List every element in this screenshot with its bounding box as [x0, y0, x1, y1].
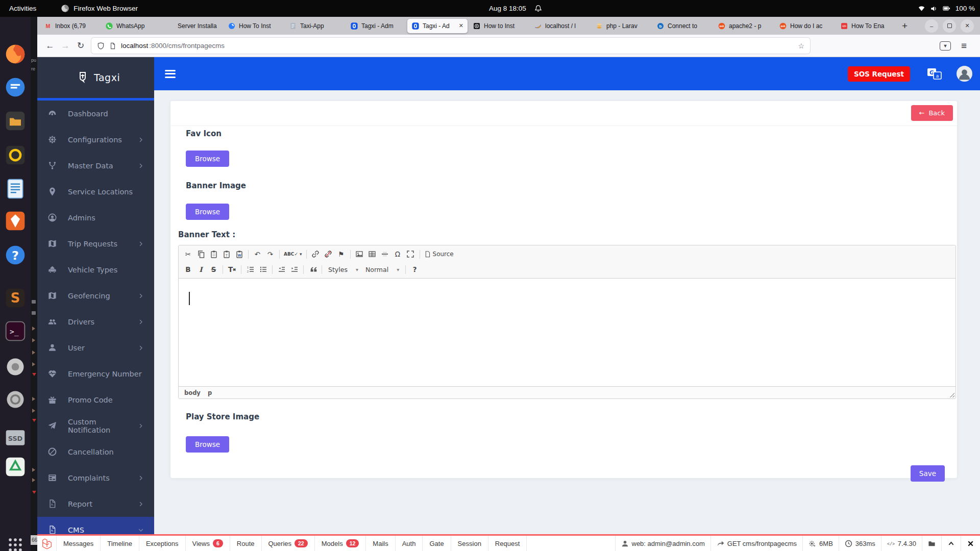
editor-remove-format-button[interactable]: Tx [226, 263, 238, 276]
sos-request-button[interactable]: SOS Request [848, 66, 910, 82]
sidebar-toggle-icon[interactable] [165, 68, 176, 80]
dock-item-sublime-text[interactable]: S [4, 287, 27, 309]
address-bar[interactable]: localhost :8000/cms/frontpagecms ☆ [91, 38, 810, 54]
debugbar-tab-views[interactable]: Views6 [186, 536, 230, 551]
play-store-browse-button[interactable]: Browse [186, 436, 229, 453]
dock-item-firefox[interactable] [4, 43, 27, 65]
debugbar-tab-session[interactable]: Session [451, 536, 488, 551]
activities-button[interactable]: Activities [0, 5, 45, 12]
dock-item-chat[interactable] [4, 76, 27, 98]
editor-strikethrough-button[interactable]: S [207, 263, 220, 276]
editor-cut-button[interactable]: ✂ [182, 248, 194, 261]
dock-item-recycle[interactable] [4, 456, 27, 478]
sidebar-item-emergency-number[interactable]: Emergency Number [37, 361, 154, 387]
browser-tab[interactable]: How To Inst [224, 19, 284, 33]
editor-table-button[interactable] [366, 248, 379, 261]
sidebar-item-custom-notification[interactable]: Custom Notification [37, 413, 154, 439]
dock-item-ssd-disk[interactable]: SSD [4, 427, 27, 449]
close-window-button[interactable]: ✕ [961, 19, 974, 33]
editor-outdent-button[interactable] [275, 263, 288, 276]
sidebar-item-promo-code[interactable]: Promo Code [37, 387, 154, 413]
dock-item-terminal[interactable]: >_ [4, 320, 27, 342]
dock-item-files[interactable] [4, 110, 27, 132]
debugbar-tab-exceptions[interactable]: Exceptions [139, 536, 186, 551]
dock-item-app-grid[interactable] [7, 536, 24, 551]
sidebar-item-cancellation[interactable]: Cancellation [37, 439, 154, 465]
editor-source-button[interactable]: Source [423, 248, 455, 261]
editor-bulleted-list-button[interactable] [257, 263, 270, 276]
browser-tab[interactable]: localhost / l [530, 19, 590, 33]
editor-paste-plain-text-button[interactable]: T [220, 248, 233, 261]
path-body[interactable]: body [184, 389, 201, 396]
page-info-icon[interactable] [109, 42, 116, 50]
laravel-icon[interactable] [37, 536, 57, 551]
sidebar-item-complaints[interactable]: Complaints [37, 465, 154, 491]
editor-anchor-button[interactable]: ⚑ [335, 248, 348, 261]
debugbar-tab-route[interactable]: Route [230, 536, 262, 551]
dock-item-media[interactable] [4, 144, 27, 166]
browser-tab[interactable]: bConnect to [652, 19, 713, 33]
debugbar-tab-auth[interactable]: Auth [396, 536, 423, 551]
bookmark-star-icon[interactable]: ☆ [798, 42, 804, 50]
google-translate-icon[interactable]: Ga [927, 67, 942, 81]
brand[interactable]: Tagxi [37, 57, 154, 98]
editor-unlink-button[interactable] [322, 248, 335, 261]
debugbar-tab-timeline[interactable]: Timeline [101, 536, 139, 551]
debugbar-status-chevron-up[interactable] [941, 536, 961, 551]
editor-special-char-button[interactable]: Ω [391, 248, 404, 261]
editor-italic-button[interactable]: I [194, 263, 207, 276]
save-to-pocket-icon[interactable]: ▾ [940, 41, 951, 51]
clock[interactable]: Aug 8 18:05 [489, 5, 542, 13]
editor-resize-grip[interactable] [949, 392, 954, 397]
app-menu-icon[interactable]: ≡ [961, 40, 967, 52]
browser-tab[interactable]: Server Installa [162, 19, 223, 33]
editor-content-area[interactable] [179, 279, 955, 386]
editor-paste-button[interactable] [207, 248, 220, 261]
dock-item-utility-1[interactable] [4, 356, 27, 378]
maximize-button[interactable] [943, 19, 956, 33]
sidebar-item-trip-requests[interactable]: Trip Requests [37, 231, 154, 257]
dock-item-utility-2[interactable] [4, 388, 27, 411]
editor-about-button[interactable]: ? [408, 263, 421, 276]
browser-tab[interactable]: MInbox (6,79 [40, 19, 100, 33]
path-p[interactable]: p [208, 389, 212, 396]
browser-tab[interactable]: askapache2 - p [714, 19, 774, 33]
dock-item-writer[interactable] [4, 178, 27, 200]
editor-blockquote-button[interactable] [306, 263, 319, 276]
debugbar-tab-mails[interactable]: Mails [366, 536, 395, 551]
back-button[interactable]: ← Back [911, 105, 953, 121]
editor-image-button[interactable] [353, 248, 366, 261]
editor-paste-from-word-button[interactable]: W [233, 248, 246, 261]
editor-indent-button[interactable] [288, 263, 301, 276]
sidebar-item-admins[interactable]: Admins [37, 205, 154, 231]
minimize-button[interactable]: – [925, 19, 938, 33]
editor-undo-button[interactable]: ↶ [251, 248, 264, 261]
system-tray[interactable]: 100 % [918, 5, 980, 12]
browser-tab[interactable]: Taxi-App [285, 19, 345, 33]
editor-format-dropdown-button[interactable]: Normal▾ [362, 263, 403, 276]
dock-item-help[interactable]: ? [4, 244, 27, 266]
sidebar-item-vehicle-types[interactable]: Vehicle Types [37, 257, 154, 283]
editor-styles-dropdown-button[interactable]: Styles▾ [325, 263, 362, 276]
debugbar-tab-messages[interactable]: Messages [57, 536, 101, 551]
sidebar-item-master-data[interactable]: Master Data [37, 153, 154, 179]
dock-item-software-store[interactable] [4, 210, 27, 232]
editor-link-button[interactable] [309, 248, 322, 261]
sidebar-item-dashboard[interactable]: Dashboard [37, 101, 154, 127]
editor-copy-button[interactable] [194, 248, 207, 261]
debugbar-tab-request[interactable]: Request [488, 536, 527, 551]
browser-tab[interactable]: Tagxi - Adm [346, 19, 406, 33]
editor-numbered-list-button[interactable]: 12 [244, 263, 257, 276]
debugbar-tab-gate[interactable]: Gate [423, 536, 451, 551]
sidebar-item-geofencing[interactable]: Geofencing [37, 283, 154, 309]
browser-tab[interactable]: </>How To Ena [836, 19, 896, 33]
reload-button[interactable]: ↻ [73, 38, 88, 54]
debugbar-status-close[interactable] [961, 536, 980, 551]
tab-close-icon[interactable]: ✕ [458, 22, 463, 29]
editor-bold-button[interactable]: B [182, 263, 194, 276]
debugbar-tab-queries[interactable]: Queries22 [262, 536, 315, 551]
save-button[interactable]: Save [911, 465, 945, 482]
new-tab-button[interactable]: + [902, 20, 908, 32]
browser-tab[interactable]: WhatsApp [101, 19, 161, 33]
browser-tab[interactable]: askHow do I ac [775, 19, 835, 33]
